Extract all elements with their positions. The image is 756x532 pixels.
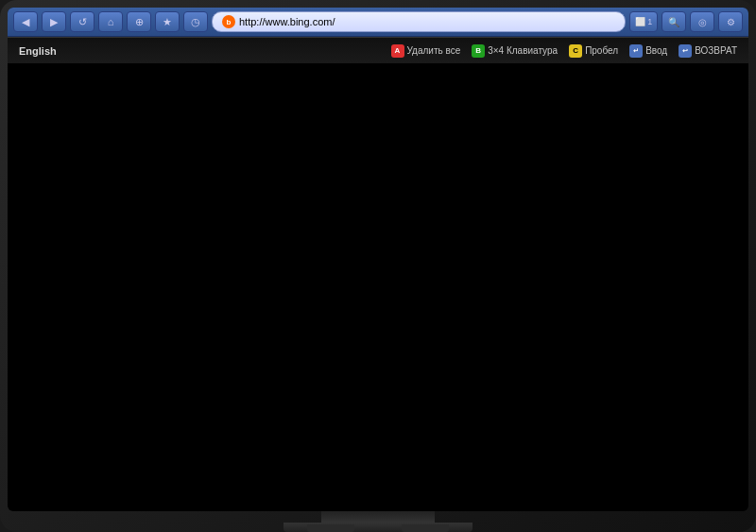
shortcut-back: ↩ ВОЗВРАТ xyxy=(679,44,737,58)
zoom-button[interactable]: ⊕ xyxy=(127,11,151,32)
status-shortcuts: A Удалить все B 3×4 Клавиатура C Пробел … xyxy=(391,44,738,58)
language-indicator: English xyxy=(19,45,57,57)
shortcut-space: C Пробел xyxy=(569,44,618,58)
btn-b-icon: B xyxy=(472,44,485,58)
shortcut-back-label: ВОЗВРАТ xyxy=(695,45,737,56)
tv-stand xyxy=(8,511,748,532)
settings-button[interactable]: ⚙ xyxy=(718,11,743,32)
browser-chrome: ◀ ▶ ↺ ⌂ ⊕ ★ ◷ b http://www.bing.com/ ⬜ 1… xyxy=(8,8,748,37)
shortcut-3x4-label: 3×4 Клавиатура xyxy=(488,45,558,56)
tv-outer: ◀ ▶ ↺ ⌂ ⊕ ★ ◷ b http://www.bing.com/ ⬜ 1… xyxy=(0,0,756,532)
share-button[interactable]: ◎ xyxy=(690,11,714,32)
reload-button[interactable]: ↺ xyxy=(70,11,94,32)
stand-foot-right xyxy=(402,524,449,532)
search-button[interactable]: 🔍 xyxy=(662,11,686,32)
shortcut-delete-label: Удалить все xyxy=(407,45,461,56)
shortcut-3x4: B 3×4 Клавиатура xyxy=(472,44,558,58)
shortcut-delete-all: A Удалить все xyxy=(391,44,461,58)
shortcut-enter-label: Ввод xyxy=(645,45,667,56)
stand-neck xyxy=(321,511,435,523)
url-bar[interactable]: b http://www.bing.com/ xyxy=(212,11,626,32)
shortcut-space-label: Пробел xyxy=(585,45,618,56)
window-button[interactable]: ⬜ 1 xyxy=(629,11,658,32)
history-button[interactable]: ◷ xyxy=(183,11,208,32)
bookmark-button[interactable]: ★ xyxy=(155,11,180,32)
back-button[interactable]: ◀ xyxy=(13,11,38,32)
forward-button[interactable]: ▶ xyxy=(42,11,66,32)
btn-c-icon: C xyxy=(569,44,582,58)
btn-a-icon: A xyxy=(391,44,404,58)
btn-back-icon: ↩ xyxy=(679,44,692,58)
shortcut-enter: ↵ Ввод xyxy=(629,44,667,58)
tv-status-bar: English A Удалить все B 3×4 Клавиатура C… xyxy=(8,37,748,63)
url-text: http://www.bing.com/ xyxy=(239,16,335,27)
home-button[interactable]: ⌂ xyxy=(98,11,123,32)
stand-foot-left xyxy=(307,524,354,532)
tv-screen: ◀ ▶ ↺ ⌂ ⊕ ★ ◷ b http://www.bing.com/ ⬜ 1… xyxy=(8,8,748,511)
btn-enter-icon: ↵ xyxy=(629,44,643,58)
stand-base xyxy=(284,523,472,532)
favicon: b xyxy=(222,15,235,28)
